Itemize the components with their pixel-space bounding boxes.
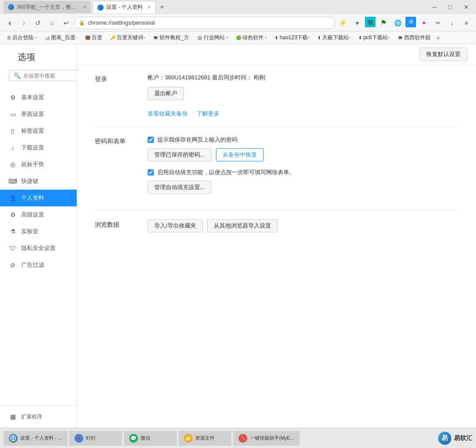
learn-more-link[interactable]: 了解更多 xyxy=(197,110,219,118)
sidebar-item-tabs-label: 标签设置 xyxy=(21,127,44,135)
close-button[interactable]: ✕ xyxy=(460,3,472,11)
bookmark-2[interactable]: 🐻百度 xyxy=(82,33,106,42)
bookmarks-more-button[interactable]: » xyxy=(435,34,442,42)
autofill-checkbox[interactable] xyxy=(148,169,154,175)
restore-button[interactable]: □ xyxy=(444,3,457,11)
download-button[interactable]: ↓ xyxy=(446,17,458,29)
easy-soft-widget[interactable]: 易 易软汇 xyxy=(438,432,472,445)
sidebar-item-basic-label: 基本设置 xyxy=(21,93,44,101)
bookmark-3[interactable]: 🔑百度关键词- xyxy=(107,33,149,42)
advanced-settings-icon: ⚙ xyxy=(9,211,17,219)
taskbar-item-browser[interactable]: 设置 - 个人资料 - ... xyxy=(4,431,67,446)
bookmark-0[interactable]: ☰后台登陆 - xyxy=(4,33,40,42)
browser-task-label: 设置 - 个人资料 - ... xyxy=(20,435,62,441)
bookmark-9[interactable]: ⬇pc6下载站- xyxy=(355,33,393,42)
content-area: 恢复默认设置 登录 帐户：360U1419812681 最后同步时间： 刚刚 退… xyxy=(77,44,476,428)
tab-active[interactable]: 设置 - 个人资料 ✕ xyxy=(93,1,156,13)
bookmark-1[interactable]: 📊图表_百度- xyxy=(41,33,81,42)
window-controls: ─ □ ✕ xyxy=(428,3,472,11)
new-tab-button[interactable]: + xyxy=(157,3,167,11)
bookmark-8[interactable]: ⬇天极下载站- xyxy=(314,33,354,42)
taskbar: 设置 - 个人资料 - ... 📌 钉钉 💬 微信 📁 资源文件 🔧 一键排版助… xyxy=(0,428,476,448)
minimize-button[interactable]: ─ xyxy=(428,3,441,11)
restore-backup-button[interactable]: 从备份中恢复 xyxy=(216,148,264,161)
sidebar-item-shortcut[interactable]: ⌨ 快捷键 xyxy=(0,173,77,190)
tool-task-icon: 🔧 xyxy=(238,434,247,443)
sidebar-item-basic[interactable]: ⚙ 基本设置 xyxy=(0,89,77,106)
profile-settings-icon: 👤 xyxy=(9,194,17,202)
bookmark-7[interactable]: ⬇hao123下载- xyxy=(271,33,313,42)
sidebar-item-adfilter-label: 广告过滤 xyxy=(21,261,44,269)
reset-defaults-button[interactable]: 恢复默认设置 xyxy=(420,48,467,61)
logout-button[interactable]: 退出帐户 xyxy=(148,87,184,100)
sidebar-item-profile-label: 个人资料 xyxy=(21,194,44,202)
taskbar-item-tool[interactable]: 🔧 一键排版助手(MyE... xyxy=(233,431,300,446)
address-bar[interactable]: 🔒 chrome://settings/personal xyxy=(74,17,335,29)
mouse-settings-icon: ◎ xyxy=(9,161,17,168)
translate-button[interactable]: 译 xyxy=(405,17,416,27)
sidebar-item-lab[interactable]: ⚗ 实验室 xyxy=(0,223,77,240)
green-flag-button[interactable]: ⚑ xyxy=(377,17,390,29)
sidebar-items: ⚙ 基本设置 ▭ 界面设置 ▯ 标签设置 ↓ 下载设置 ◎ 鼠标手势 ⌨ 快捷键 xyxy=(0,89,77,273)
browse-buttons: 导入/导出收藏夹 从其他浏览器导入设置 xyxy=(148,219,458,232)
password-section: 密码和表单 提示我保存在网页上输入的密码 管理已保存的密码... 从备份中恢复 … xyxy=(95,136,458,201)
sidebar-item-advanced[interactable]: ⚙ 高级设置 xyxy=(0,206,77,223)
reload-button[interactable]: ↺ xyxy=(32,17,44,29)
bookmark-5[interactable]: 🏢行业网站 - xyxy=(193,33,231,42)
forward-button[interactable]: › xyxy=(18,17,30,29)
extension-button[interactable]: ✦ xyxy=(418,17,430,29)
history-button[interactable]: ↩ xyxy=(60,17,72,29)
sidebar-item-tabs[interactable]: ▯ 标签设置 xyxy=(0,123,77,139)
back-button[interactable]: ‹ xyxy=(4,17,16,29)
sidebar-item-download[interactable]: ↓ 下载设置 xyxy=(0,139,77,156)
manage-autofill-button[interactable]: 管理自动填充设置... xyxy=(148,181,212,194)
view-bookmarks-link[interactable]: 查看收藏夹备份 xyxy=(148,110,188,118)
taskbar-item-files[interactable]: 📁 资源文件 xyxy=(178,431,231,446)
nav-dropdown-button[interactable]: ▾ xyxy=(351,17,363,29)
sidebar-item-interface[interactable]: ▭ 界面设置 xyxy=(0,106,77,123)
tab-active-close[interactable]: ✕ xyxy=(147,5,151,10)
browse-section-title: 浏览数据 xyxy=(95,219,148,229)
login-section-title: 登录 xyxy=(95,74,148,83)
search-input[interactable] xyxy=(23,73,81,79)
save-passwords-checkbox[interactable] xyxy=(148,137,154,143)
files-task-label: 资源文件 xyxy=(195,435,215,441)
privacy-settings-icon: 🛡 xyxy=(9,244,17,252)
sidebar-item-download-label: 下载设置 xyxy=(21,144,44,152)
browse-section: 浏览数据 导入/导出收藏夹 从其他浏览器导入设置 xyxy=(95,219,458,232)
login-section: 登录 帐户：360U1419812681 最后同步时间： 刚刚 退出帐户 查看收… xyxy=(95,74,458,118)
menu-button[interactable]: ≡ xyxy=(460,17,472,29)
tab-inactive-close[interactable]: ✕ xyxy=(83,5,86,10)
lightning-button[interactable]: ⚡ xyxy=(337,17,349,29)
password-section-title: 密码和表单 xyxy=(95,136,148,146)
bookmark-6[interactable]: 🟢绿色软件 - xyxy=(232,33,270,42)
files-task-icon: 📁 xyxy=(184,434,193,443)
import-settings-button[interactable]: 从其他浏览器导入设置 xyxy=(207,219,278,232)
sidebar-item-privacy[interactable]: 🛡 隐私安全设置 xyxy=(0,240,77,257)
home-button[interactable]: ⌂ xyxy=(46,17,58,29)
taskbar-item-wechat[interactable]: 💬 微信 xyxy=(124,431,177,446)
manage-passwords-button[interactable]: 管理已保存的密码... xyxy=(148,148,212,161)
sidebar-item-adfilter[interactable]: ⊘ 广告过滤 xyxy=(0,257,77,273)
settings-content: 登录 帐户：360U1419812681 最后同步时间： 刚刚 退出帐户 查看收… xyxy=(77,65,476,248)
autofill-label: 启用自动填充功能，以便点按一次即可填写网络表单。 xyxy=(157,168,295,176)
save-passwords-row: 提示我保存在网页上输入的密码 xyxy=(148,136,458,144)
scissors-button[interactable]: ✂ xyxy=(432,17,444,29)
tool-task-label: 一键排版助手(MyE... xyxy=(250,435,294,441)
sidebar-item-mouse[interactable]: ◎ 鼠标手势 xyxy=(0,156,77,173)
browser-task-icon xyxy=(9,434,18,443)
tabs-settings-icon: ▯ xyxy=(9,127,17,135)
sidebar-item-extensions[interactable]: ▦ 扩展程序 xyxy=(0,408,77,425)
basic-settings-icon: ⚙ xyxy=(9,93,17,101)
globe-button[interactable]: 🌐 xyxy=(391,17,404,29)
shortcut-settings-icon: ⌨ xyxy=(9,177,17,185)
import-export-button[interactable]: 导入/导出收藏夹 xyxy=(148,219,203,232)
sidebar-item-advanced-label: 高级设置 xyxy=(21,211,44,219)
windows-button[interactable]: ▦ xyxy=(365,17,376,27)
sidebar-item-profile[interactable]: 👤 个人资料 xyxy=(0,190,77,206)
bookmark-4[interactable]: 💻软件教程_方 xyxy=(149,33,193,42)
taskbar-right: 易 易软汇 xyxy=(438,432,472,445)
taskbar-item-dingding[interactable]: 📌 钉钉 xyxy=(69,431,122,446)
bookmark-10[interactable]: 💻西西软件园 xyxy=(394,33,434,42)
tab-inactive[interactable]: 360导航_一个主页，整个世界 ✕ xyxy=(4,1,91,13)
